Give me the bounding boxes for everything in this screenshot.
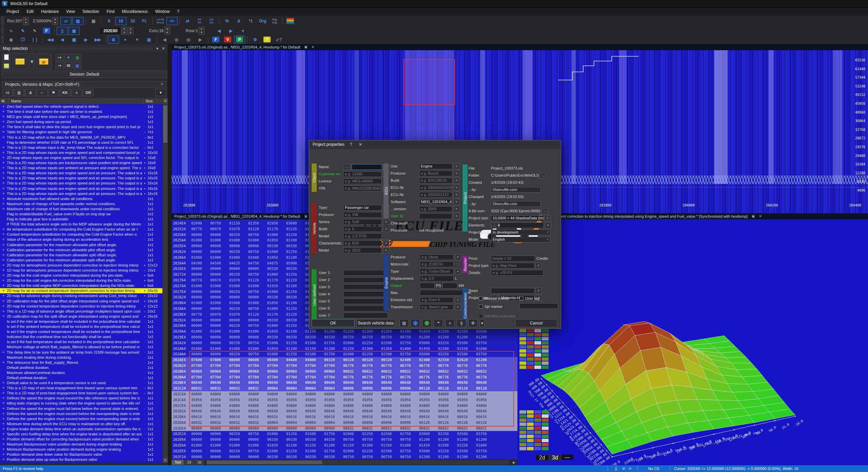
hex-value[interactable]: 00832 bbox=[362, 369, 381, 374]
web-maps-icon[interactable]: ◍ bbox=[73, 54, 81, 61]
hex-value[interactable]: 00016 bbox=[381, 414, 400, 420]
menu-selection[interactable]: Selection bbox=[79, 8, 103, 16]
hex-value[interactable]: 02500 bbox=[381, 448, 400, 454]
colors-icon[interactable] bbox=[284, 17, 296, 25]
hex-value[interactable]: 01200 bbox=[438, 454, 457, 460]
hex-value[interactable]: 00000 bbox=[191, 306, 210, 312]
hex-value[interactable]: 02550 bbox=[438, 357, 457, 363]
org-icon[interactable]: Org bbox=[257, 17, 268, 25]
hex-row[interactable]: 202F240000000000000000000000330003300033… bbox=[172, 454, 517, 460]
hex-value[interactable]: 00032 bbox=[210, 420, 229, 426]
field-input[interactable] bbox=[343, 306, 388, 311]
record-icon[interactable]: ◉ bbox=[5, 36, 17, 44]
map-list-item[interactable]: ✳2D map for the cold engine AA correctio… bbox=[0, 278, 163, 283]
field-input[interactable]: e.g. Bosch bbox=[419, 171, 452, 176]
hex-value[interactable]: 00000 bbox=[191, 340, 210, 346]
expand-button[interactable]: > bbox=[383, 240, 389, 247]
hex-value[interactable]: 00770 bbox=[191, 312, 210, 317]
expand-button[interactable]: > bbox=[383, 226, 389, 232]
field-input[interactable]: e.g. Turbo-Diesel bbox=[420, 269, 454, 274]
edit-icon[interactable]: ✎ bbox=[17, 27, 28, 35]
hex-value[interactable]: 01000 bbox=[229, 442, 248, 448]
hex-value[interactable]: 01250 bbox=[286, 289, 305, 295]
hex-value[interactable]: 00960 bbox=[248, 426, 267, 431]
hex-value[interactable]: 03500 bbox=[457, 340, 476, 346]
map-3d-plot[interactable]: 300.00400.00500.00600.00700.00800.00900.… bbox=[517, 219, 868, 465]
hex-value[interactable]: 00096 bbox=[362, 420, 381, 426]
field-input[interactable]: e.g. 0003 bbox=[419, 206, 452, 212]
hex-value[interactable]: 07704 bbox=[324, 363, 343, 369]
hex-value[interactable]: 00096 bbox=[343, 420, 362, 426]
field-input[interactable]: e.g. 2.0 bbox=[420, 276, 454, 281]
hex-value[interactable]: 00640 bbox=[305, 380, 324, 386]
hex-value[interactable]: 00064 bbox=[286, 386, 305, 391]
hex-value[interactable]: 00960 bbox=[286, 426, 305, 431]
hex-value[interactable]: 00032 bbox=[191, 420, 210, 426]
hex-value[interactable]: 01000 bbox=[229, 346, 248, 352]
hex-value[interactable]: 00000 bbox=[229, 266, 248, 272]
hex-value[interactable]: 00640 bbox=[191, 380, 210, 386]
menu-find[interactable]: Find bbox=[103, 8, 118, 16]
hex-value[interactable]: 00016 bbox=[305, 414, 324, 420]
map-list-item[interactable]: ✳This is a 2D map whose inputs are engin… bbox=[0, 186, 163, 191]
scroll-down-icon[interactable]: ▼ bbox=[163, 458, 168, 463]
field-input[interactable] bbox=[420, 290, 464, 296]
hex-value[interactable]: 01500 bbox=[305, 448, 324, 454]
hex-value[interactable]: 04800 bbox=[419, 391, 438, 397]
hex-value[interactable]: 00016 bbox=[476, 414, 495, 420]
field-select[interactable]: In development˅ bbox=[491, 230, 550, 235]
hex-value[interactable]: 00960 bbox=[191, 426, 210, 431]
hex-value[interactable]: 00000 bbox=[248, 243, 267, 249]
hex-value[interactable]: 00640 bbox=[400, 408, 419, 414]
hex-value[interactable]: 03250 bbox=[438, 351, 457, 357]
more-button[interactable]: ... bbox=[343, 164, 351, 170]
hex-value[interactable]: 01100 bbox=[286, 329, 305, 334]
hex-value[interactable]: 00000 bbox=[210, 448, 229, 454]
map-list-item[interactable]: ✳Maximum rate of change of fuel downward… bbox=[0, 206, 163, 212]
hex-value[interactable]: 00000 bbox=[210, 294, 229, 300]
hex-value[interactable]: 06776 bbox=[381, 363, 400, 369]
hex-value[interactable]: 01050 bbox=[267, 300, 286, 306]
hex-value[interactable]: 01150 bbox=[229, 220, 248, 226]
hex-value[interactable]: 00032 bbox=[191, 386, 210, 391]
hex-value[interactable]: 04800 bbox=[343, 391, 362, 397]
hex-value[interactable]: 02750 bbox=[400, 340, 419, 346]
hex-value[interactable]: 01550 bbox=[457, 442, 476, 448]
rotation-field[interactable]: Rot:30? ▲▼ bbox=[7, 17, 29, 25]
session-button[interactable]: Session: Default bbox=[2, 71, 167, 78]
row-field[interactable]: Row:1 ▲▼ bbox=[186, 27, 204, 35]
hex-value[interactable]: 01500 bbox=[438, 329, 457, 334]
expand-button[interactable]: > bbox=[455, 304, 461, 310]
hex-value[interactable]: 00640 bbox=[362, 380, 381, 386]
hex-value[interactable]: 01450 bbox=[419, 329, 438, 334]
hex-value[interactable]: 01000 bbox=[191, 283, 210, 289]
map-list-item[interactable]: ✳The time it shall take before the warm-… bbox=[0, 109, 163, 114]
selection-rectangle[interactable] bbox=[403, 59, 455, 105]
hex-value[interactable]: 01100 bbox=[286, 346, 305, 352]
hex-value[interactable]: 00128 bbox=[419, 386, 438, 391]
hex-value[interactable]: 01250 bbox=[286, 448, 305, 454]
hex-value[interactable]: 01200 bbox=[419, 437, 438, 442]
hex-value[interactable]: 00640 bbox=[305, 408, 324, 414]
hex-value[interactable]: 02500 bbox=[381, 351, 400, 357]
hex-value[interactable]: 04800 bbox=[286, 391, 305, 397]
checkbox-bdmbslprotection[interactable]: Bdm/Bsl protection bbox=[479, 314, 516, 318]
map-list-item[interactable]: ✳Idling state changes to running state w… bbox=[0, 401, 163, 406]
map-list-item[interactable]: ✳This is a 1D map whose input is Air_tem… bbox=[0, 145, 163, 150]
hex-value[interactable]: 00064 bbox=[286, 420, 305, 426]
binocular-down-icon[interactable]: ◎ bbox=[171, 36, 182, 44]
hex-value[interactable]: 01000 bbox=[267, 448, 286, 454]
toolbar-grip[interactable] bbox=[1, 27, 4, 34]
scroll-right-icon[interactable]: ▶ bbox=[511, 460, 517, 464]
hex-value[interactable]: 04800 bbox=[438, 391, 457, 397]
print-icon[interactable]: ✎ bbox=[29, 27, 40, 35]
hex-value[interactable]: 00750 bbox=[362, 454, 381, 460]
hex-value[interactable]: 01000 bbox=[248, 255, 267, 260]
hex-value[interactable]: 00064 bbox=[267, 386, 286, 391]
hex-value[interactable]: 00960 bbox=[191, 369, 210, 374]
hex-value[interactable]: 45056 bbox=[419, 397, 438, 403]
hex-value[interactable]: 07704 bbox=[191, 363, 210, 369]
hex-value[interactable]: 00750 bbox=[248, 289, 267, 295]
expand-button[interactable]: > bbox=[453, 163, 460, 170]
magic-map-icon[interactable]: ✦ bbox=[64, 54, 73, 61]
